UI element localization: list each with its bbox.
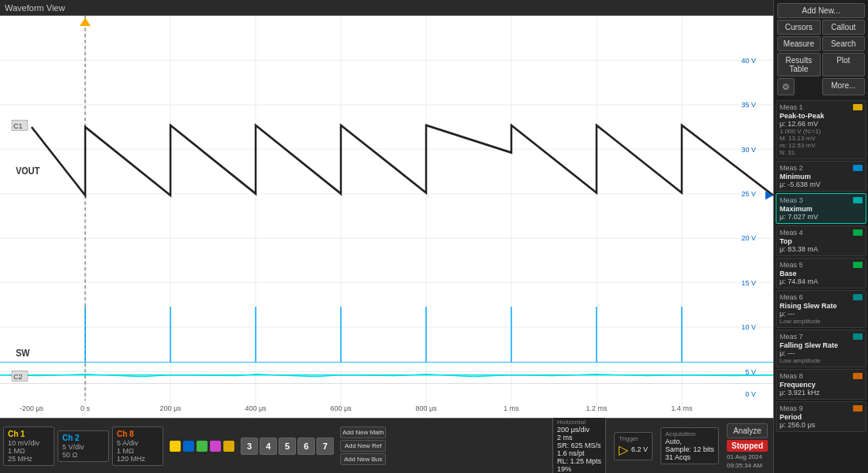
- trigger-value: 6.2 V: [631, 445, 648, 453]
- add-math-btn[interactable]: Add New Math: [340, 426, 386, 438]
- horizontal-nspt: 1.6 ns/pt: [557, 449, 601, 457]
- meas2-name: Minimum: [780, 173, 862, 181]
- num-btn-6[interactable]: 6: [297, 438, 315, 455]
- title-bar: Waveform View: [0, 0, 773, 16]
- num-btn-3[interactable]: 3: [241, 438, 258, 455]
- trigger-arrow-icon: ▷: [619, 442, 628, 457]
- svg-text:1 ms: 1 ms: [503, 404, 519, 412]
- ch8-detail2: 1 MΩ: [117, 447, 159, 455]
- meas2-badge: [853, 165, 862, 171]
- horizontal-rl: RL: 1.25 Mpts: [557, 457, 601, 465]
- meas1-badge: [853, 104, 862, 110]
- meas3-title: Meas 3: [780, 196, 803, 204]
- callout-btn[interactable]: Callout: [822, 20, 866, 35]
- meas-6[interactable]: Meas 6 Rising Slew Rate μ: --- Low ampli…: [776, 290, 866, 328]
- meas-8[interactable]: Meas 8 Frequency μ: 3.921 kHz: [776, 369, 866, 400]
- stopped-badge: Stopped: [727, 440, 768, 452]
- meas-4[interactable]: Meas 4 Top μ: 83.38 mA: [776, 225, 866, 256]
- meas-7[interactable]: Meas 7 Falling Slew Rate μ: --- Low ampl…: [776, 330, 866, 367]
- meas8-mu: μ: 3.921 kHz: [780, 389, 862, 397]
- acquisition-label: Acquisition: [665, 430, 714, 438]
- meas6-mu: μ: ---: [780, 310, 862, 318]
- meas-5[interactable]: Meas 5 Base μ: 74.84 mA: [776, 258, 866, 289]
- measurements-panel: Meas 1 Peak-to-Peak μ: 12.66 mV 1.000 V …: [774, 99, 868, 473]
- ch2-indicator: [183, 441, 194, 452]
- svg-text:VOUT: VOUT: [16, 166, 40, 175]
- add-bus-btn[interactable]: Add New Bus: [340, 453, 386, 465]
- svg-text:0 V: 0 V: [746, 389, 757, 398]
- meas5-badge: [853, 262, 862, 268]
- horizontal-sr: SR: 625 MS/s: [557, 441, 601, 449]
- svg-text:20 V: 20 V: [742, 233, 757, 242]
- meas2-title: Meas 2: [780, 164, 803, 172]
- top-buttons: Add New... Cursors Callout Measure Searc…: [774, 0, 868, 99]
- horizontal-div: 200 μs/div: [557, 426, 601, 434]
- svg-text:0 s: 0 s: [80, 404, 90, 412]
- add-new-btn[interactable]: Add New...: [777, 3, 865, 18]
- svg-text:-200 μs: -200 μs: [20, 404, 43, 412]
- num-btn-4[interactable]: 4: [260, 438, 277, 455]
- meas-1[interactable]: Meas 1 Peak-to-Peak μ: 12.66 mV 1.000 V …: [776, 100, 866, 159]
- ch5-indicator: [223, 441, 234, 452]
- meas7-name: Falling Slew Rate: [780, 341, 862, 349]
- cursors-btn[interactable]: Cursors: [777, 20, 821, 35]
- acquisition-sample: Sample: 12 bits: [665, 445, 714, 453]
- search-btn[interactable]: Search: [822, 36, 866, 51]
- svg-text:1.2 ms: 1.2 ms: [586, 404, 608, 412]
- svg-text:400 μs: 400 μs: [245, 404, 266, 412]
- acquisition-mode: Auto,: [665, 438, 714, 445]
- svg-text:C2: C2: [13, 372, 22, 381]
- meas9-badge: [853, 405, 862, 412]
- channel-info-ch2[interactable]: Ch 2 5 V/div 50 Ω: [58, 430, 109, 462]
- meas1-title: Meas 1: [780, 103, 803, 111]
- trigger-label: Trigger: [619, 435, 648, 442]
- horizontal-info: Horizontal 200 μs/div 2 ms SR: 625 MS/s …: [552, 415, 606, 473]
- channel-info-ch1[interactable]: Ch 1 10 mV/div 1 MΩ 25 MHz: [3, 426, 54, 466]
- meas5-mu: μ: 74.84 mA: [780, 277, 862, 285]
- ch8-name: Ch 8: [117, 430, 159, 438]
- meas4-name: Top: [780, 237, 862, 245]
- analyze-btn[interactable]: Analyze: [727, 423, 768, 438]
- ch8-detail3: 120 MHz: [117, 455, 159, 463]
- ch1-detail3: 25 MHz: [8, 455, 50, 463]
- plot-btn[interactable]: Plot: [822, 53, 866, 76]
- meas5-title: Meas 5: [780, 261, 803, 269]
- acquisition-acqs: 31 Acqs: [665, 453, 714, 461]
- meas6-badge: [853, 294, 862, 300]
- num-btn-5[interactable]: 5: [279, 438, 296, 455]
- measure-btn[interactable]: Measure: [777, 36, 821, 51]
- svg-text:40 V: 40 V: [742, 55, 757, 64]
- ch3-indicator: [196, 441, 208, 452]
- meas9-mu: μ: 256.0 μs: [780, 421, 862, 429]
- right-panel: Add New... Cursors Callout Measure Searc…: [773, 0, 868, 473]
- meas1-mu: μ: 12.66 mV: [780, 120, 862, 128]
- add-ref-btn[interactable]: Add New Ref: [340, 440, 386, 452]
- acquisition-info: Acquisition Auto, Sample: 12 bits 31 Acq…: [660, 427, 719, 464]
- meas9-name: Period: [780, 413, 862, 421]
- results-table-btn[interactable]: Results Table: [777, 53, 821, 76]
- ch4-indicator: [210, 441, 221, 452]
- meas4-title: Meas 4: [780, 229, 803, 236]
- meas5-name: Base: [780, 270, 862, 277]
- meas1-name: Peak-to-Peak: [780, 112, 862, 120]
- meas6-sub: Low amplitude: [780, 318, 862, 325]
- svg-text:800 μs: 800 μs: [415, 404, 436, 412]
- horizontal-pct: 19%: [557, 465, 601, 473]
- meas-2[interactable]: Meas 2 Minimum μ: -5.638 mV: [776, 161, 866, 192]
- more-btn[interactable]: More...: [822, 78, 866, 95]
- meas-9[interactable]: Meas 9 Period μ: 256.0 μs: [776, 401, 866, 432]
- meas4-mu: μ: 83.38 mA: [780, 245, 862, 253]
- meas1-sub2: M: 13.13 mV: [780, 135, 862, 142]
- ch1-indicator: [170, 441, 181, 452]
- svg-text:200 μs: 200 μs: [159, 404, 181, 412]
- meas6-title: Meas 6: [780, 293, 803, 301]
- num-btn-7[interactable]: 7: [316, 438, 334, 455]
- meas7-sub: Low amplitude: [780, 357, 862, 364]
- channel-info-ch8[interactable]: Ch 8 5 A/div 1 MΩ 120 MHz: [112, 426, 163, 466]
- meas7-badge: [853, 333, 862, 340]
- settings-btn[interactable]: ⚙: [777, 78, 795, 95]
- meas-3[interactable]: Meas 3 Maximum μ: 7.027 mV: [776, 193, 866, 224]
- svg-text:15 V: 15 V: [742, 277, 757, 286]
- ch1-name: Ch 1: [8, 430, 50, 438]
- acq-date: 01 Aug 2024: [727, 453, 768, 460]
